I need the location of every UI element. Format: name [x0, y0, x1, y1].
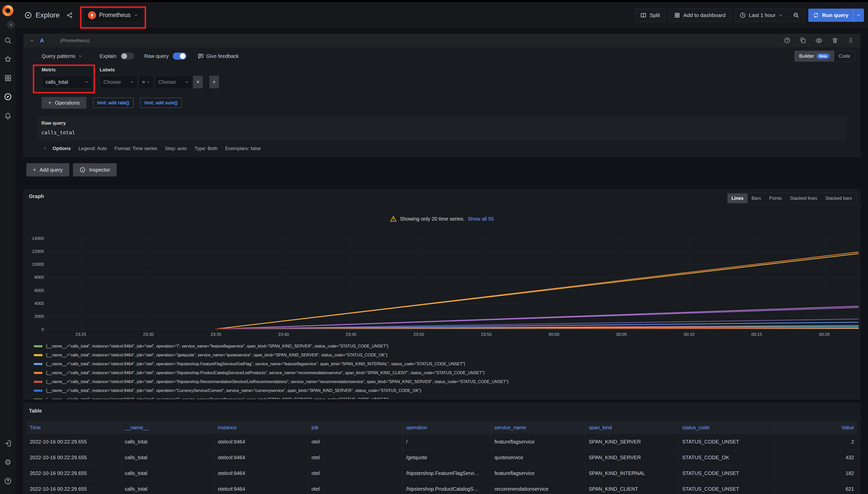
legend-item[interactable]: {__name__="calls_total", instance="otelc… [34, 342, 855, 350]
svg-text:23:25: 23:25 [75, 332, 86, 337]
legend-label: {__name__="calls_total", instance="otelc… [46, 397, 388, 400]
table-column-header-servicename[interactable]: service_name [491, 421, 586, 434]
svg-text:00:15: 00:15 [752, 332, 762, 337]
table-cell: STATUS_CODE_UNSET [679, 434, 774, 450]
give-feedback-label: Give feedback [206, 53, 239, 59]
options-row[interactable]: Options Legend: AutoFormat: Time seriesS… [24, 141, 860, 157]
legend-item[interactable]: {__name__="calls_total", instance="otelc… [34, 386, 855, 395]
svg-text:23:35: 23:35 [211, 332, 221, 337]
run-query-button[interactable]: Run query [808, 8, 864, 22]
query-row-header[interactable]: A (Prometheus) [24, 34, 860, 47]
table-row[interactable]: 2022-10-16 00:22:29.655calls_totalotelco… [27, 481, 857, 494]
raw-query-toggle[interactable] [173, 53, 186, 60]
hint-add-sum-button[interactable]: hint: add sum() [140, 98, 182, 108]
show-all-series-link[interactable]: Show all 55 [468, 216, 494, 222]
metric-select[interactable]: calls_total [42, 76, 92, 88]
table-cell: 2022-10-16 00:22:29.655 [27, 481, 122, 494]
query-patterns-dropdown[interactable]: Query patterns [42, 53, 82, 59]
table-column-header-statuscode[interactable]: status_code [679, 421, 774, 434]
split-button[interactable]: Split [635, 8, 665, 22]
legend-item[interactable]: {__name__="calls_total", instance="otelc… [34, 395, 855, 399]
beta-badge: Beta [817, 53, 829, 59]
label-key-select[interactable]: Choose [100, 76, 138, 88]
graph-mode-stacked-lines[interactable]: Stacked lines [786, 193, 821, 203]
hint-add-rate-button[interactable]: hint: add rate() [93, 98, 134, 108]
query-datasource-hint: (Prometheus) [60, 38, 89, 43]
chevron-down-icon [85, 80, 89, 84]
graph-mode-lines[interactable]: Lines [727, 193, 747, 203]
zoom-out-icon[interactable] [793, 12, 799, 19]
datasource-picker[interactable]: Prometheus [84, 8, 143, 22]
svg-text:23:45: 23:45 [346, 332, 357, 337]
table-column-header-instance[interactable]: instance [215, 421, 308, 434]
tab-builder[interactable]: Builder Beta [795, 51, 834, 61]
label-value-select[interactable]: Choose [155, 76, 193, 88]
sidebar-item-sign-in[interactable] [0, 434, 16, 453]
remove-label-button[interactable]: × [193, 76, 203, 88]
operations-button[interactable]: + Operations [42, 97, 86, 109]
grafana-logo[interactable] [2, 5, 14, 16]
graph-mode-points[interactable]: Points [765, 193, 786, 203]
table-cell: recommendationservice [491, 481, 586, 494]
legend-color-dash [34, 363, 42, 365]
labels-label: Labels [100, 67, 219, 73]
duplicate-query-icon[interactable] [800, 37, 806, 44]
time-range-button[interactable]: Last 1 hour [749, 12, 776, 18]
graph-mode-stacked-bars[interactable]: Stacked bars [821, 193, 856, 203]
tab-code[interactable]: Code [834, 51, 855, 61]
svg-text:8000: 8000 [34, 275, 44, 280]
svg-text:00:00: 00:00 [548, 332, 560, 337]
table-cell: SPAN_KIND_SERVER [586, 450, 679, 465]
run-query-dropdown[interactable] [853, 8, 864, 22]
legend-item[interactable]: {__name__="calls_total", instance="otelc… [34, 368, 855, 377]
graph-mode-bars[interactable]: Bars [747, 193, 765, 203]
help-icon [4, 477, 12, 485]
hide-response-eye-icon[interactable] [815, 37, 822, 44]
sidebar-item-search[interactable] [0, 31, 16, 50]
give-feedback-link[interactable]: Give feedback [198, 53, 239, 59]
builder-label: Builder [799, 53, 814, 59]
table-column-header-job[interactable]: job [308, 421, 403, 434]
table-column-header-value[interactable]: Value [774, 421, 857, 434]
explain-toggle[interactable] [121, 53, 134, 60]
sidebar-item-explore[interactable] [0, 87, 16, 106]
add-to-dashboard-button[interactable]: Add to dashboard [669, 8, 731, 22]
sidebar-item-dashboards[interactable] [0, 69, 16, 87]
gear-icon: ⚙ [4, 458, 12, 466]
explore-compass-icon [24, 12, 32, 19]
table-column-header-spankind[interactable]: span_kind [586, 421, 679, 434]
legend-item[interactable]: {__name__="calls_total", instance="otelc… [34, 359, 855, 368]
table-column-header-name[interactable]: __name__ [122, 421, 215, 434]
table-column-header-time[interactable]: Time [27, 421, 122, 434]
legend-label: {__name__="calls_total", instance="otelc… [46, 353, 387, 357]
legend-item[interactable]: {__name__="calls_total", instance="otelc… [34, 350, 855, 359]
add-label-button[interactable]: + [210, 76, 219, 88]
sidebar-item-help[interactable] [0, 472, 16, 491]
warning-triangle-icon [390, 215, 397, 222]
inspector-button[interactable]: Inspector [73, 163, 116, 176]
table-row[interactable]: 2022-10-16 00:22:29.655calls_totalotelco… [27, 466, 857, 481]
collapse-chevron-icon[interactable] [30, 38, 34, 43]
legend-item[interactable]: {__name__="calls_total", instance="otelc… [34, 377, 855, 386]
sidebar-item-alerting[interactable] [0, 106, 16, 125]
share-icon[interactable] [66, 12, 73, 19]
remove-query-trash-icon[interactable] [832, 37, 838, 44]
sidebar-item-settings[interactable]: ⚙ [0, 453, 16, 472]
chevron-down-icon[interactable] [779, 13, 783, 18]
expand-menu-button[interactable]: › [7, 21, 15, 28]
drag-handle-icon[interactable] [847, 37, 854, 44]
legend-color-dash [34, 381, 42, 383]
query-help-icon[interactable] [784, 37, 791, 44]
option-summary-item: Exemplars: false [225, 146, 261, 151]
table-row[interactable]: 2022-10-16 00:22:29.655calls_totalotelco… [27, 450, 857, 466]
sidebar-item-starred[interactable] [0, 50, 16, 69]
chevron-right-icon [43, 147, 47, 151]
svg-text:4000: 4000 [34, 301, 44, 306]
svg-text:6000: 6000 [34, 288, 44, 293]
label-operator-select[interactable]: = [138, 76, 154, 88]
table-row[interactable]: 2022-10-16 00:22:29.655calls_totalotelco… [27, 434, 857, 450]
table-column-header-operation[interactable]: operation [403, 421, 491, 434]
add-query-button[interactable]: + Add query [26, 163, 69, 176]
add-query-label: Add query [40, 167, 63, 173]
time-series-chart[interactable]: 0200040006000800010000120001400023:2523:… [24, 233, 861, 342]
